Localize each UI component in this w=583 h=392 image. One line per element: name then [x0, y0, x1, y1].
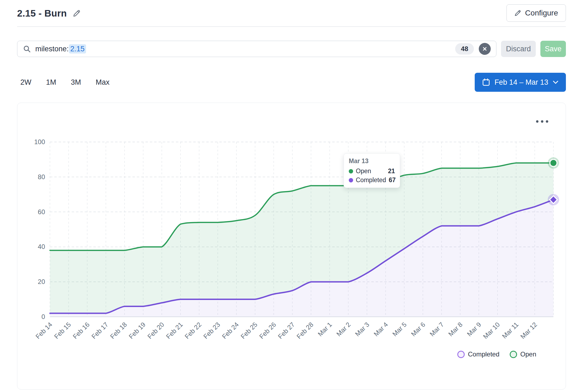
chart-options-button[interactable] [534, 119, 550, 124]
ellipsis-icon [536, 120, 538, 123]
svg-text:Feb 28: Feb 28 [295, 321, 315, 340]
legend-item-completed[interactable]: Completed [457, 350, 499, 358]
burnup-dashboard-page: 2.15 - Burn Configure milestone:2.15 48 … [0, 0, 583, 392]
tooltip-completed-value: 67 [389, 176, 396, 184]
svg-text:Mar 7: Mar 7 [428, 321, 445, 337]
filter-token-selected: 2.15 [69, 44, 86, 53]
date-range-label: Feb 14 – Mar 13 [495, 78, 548, 87]
range-preset-1m[interactable]: 1M [46, 78, 56, 87]
svg-text:Feb 15: Feb 15 [53, 321, 72, 340]
tooltip-title: Mar 13 [349, 157, 395, 165]
svg-text:Feb 17: Feb 17 [90, 321, 110, 340]
tooltip-row-completed: Completed 67 [349, 176, 395, 184]
open-legend-swatch-icon [510, 351, 517, 358]
svg-text:Mar 6: Mar 6 [410, 321, 426, 337]
svg-text:Feb 19: Feb 19 [127, 321, 147, 340]
filter-search-input[interactable]: milestone:2.15 48 [17, 41, 496, 57]
tooltip-open-value: 21 [388, 167, 395, 175]
filter-query: milestone:2.15 [35, 45, 86, 53]
svg-text:80: 80 [38, 173, 45, 181]
page-title: 2.15 - Burn [17, 8, 67, 19]
svg-text:Mar 4: Mar 4 [372, 321, 389, 337]
svg-text:Feb 20: Feb 20 [146, 321, 166, 340]
svg-text:0: 0 [42, 313, 45, 320]
date-range-button[interactable]: Feb 14 – Mar 13 [475, 73, 566, 92]
svg-text:Feb 21: Feb 21 [165, 321, 184, 340]
header-divider [17, 26, 566, 27]
svg-text:Feb 24: Feb 24 [221, 321, 240, 340]
pencil-icon [514, 10, 521, 17]
tooltip-row-open: Open 21 [349, 167, 395, 175]
svg-text:20: 20 [38, 278, 45, 285]
svg-text:Feb 27: Feb 27 [277, 321, 296, 340]
configure-label: Configure [525, 9, 558, 17]
legend-item-open[interactable]: Open [510, 350, 536, 358]
svg-text:Feb 14: Feb 14 [34, 321, 54, 340]
svg-text:Mar 2: Mar 2 [335, 321, 352, 337]
range-presets: 2W 1M 3M Max [17, 78, 110, 87]
close-icon [482, 46, 487, 52]
svg-text:Feb 23: Feb 23 [202, 321, 221, 340]
svg-text:Feb 18: Feb 18 [109, 321, 128, 340]
page-header: 2.15 - Burn [17, 0, 81, 27]
save-button[interactable]: Save [540, 41, 566, 57]
completed-endpoint-marker [548, 194, 559, 206]
svg-text:Feb 25: Feb 25 [239, 321, 259, 340]
svg-text:Feb 22: Feb 22 [183, 321, 203, 340]
discard-button[interactable]: Discard [501, 41, 536, 57]
svg-text:Mar 10: Mar 10 [482, 321, 501, 340]
legend-open-label: Open [520, 350, 536, 358]
svg-text:Feb 16: Feb 16 [71, 321, 91, 340]
svg-text:Mar 12: Mar 12 [519, 321, 538, 340]
svg-text:60: 60 [38, 208, 45, 216]
configure-button[interactable]: Configure [506, 4, 566, 22]
range-preset-3m[interactable]: 3M [71, 78, 81, 87]
completed-series-dot-icon [349, 178, 353, 182]
clear-filter-button[interactable] [479, 43, 491, 55]
range-preset-max[interactable]: Max [96, 78, 110, 87]
legend-completed-label: Completed [468, 350, 499, 358]
svg-text:Mar 8: Mar 8 [447, 321, 464, 337]
edit-title-button[interactable] [73, 9, 81, 17]
chart-legend: Completed Open [457, 350, 536, 358]
calendar-icon [482, 78, 490, 87]
chart-tooltip: Mar 13 Open 21 Completed 67 [344, 153, 400, 188]
pencil-icon [73, 9, 81, 17]
filter-bar: milestone:2.15 48 Discard Save [17, 41, 566, 57]
filter-query-prefix: milestone: [35, 45, 69, 53]
tooltip-completed-label: Completed [356, 176, 386, 184]
svg-text:Mar 1: Mar 1 [316, 321, 333, 337]
svg-text:100: 100 [34, 138, 45, 146]
burnup-chart-card: 020406080100Feb 14Feb 15Feb 16Feb 17Feb … [17, 103, 566, 390]
range-preset-2w[interactable]: 2W [20, 78, 31, 87]
svg-text:Mar 11: Mar 11 [500, 321, 520, 340]
burnup-chart[interactable]: 020406080100Feb 14Feb 15Feb 16Feb 17Feb … [17, 103, 566, 390]
open-endpoint-marker [548, 157, 559, 169]
search-icon [23, 45, 31, 53]
range-controls: 2W 1M 3M Max Feb 14 – Mar 13 [17, 73, 566, 92]
completed-legend-swatch-icon [457, 351, 465, 358]
chevron-down-icon [552, 80, 559, 84]
svg-text:40: 40 [38, 243, 45, 250]
svg-text:Mar 5: Mar 5 [391, 321, 408, 337]
svg-text:Mar 3: Mar 3 [354, 321, 370, 337]
open-series-dot-icon [349, 169, 353, 173]
svg-text:Mar 9: Mar 9 [465, 321, 482, 337]
result-count-badge: 48 [455, 43, 474, 55]
svg-text:Feb 26: Feb 26 [258, 321, 277, 340]
tooltip-open-label: Open [356, 167, 371, 175]
